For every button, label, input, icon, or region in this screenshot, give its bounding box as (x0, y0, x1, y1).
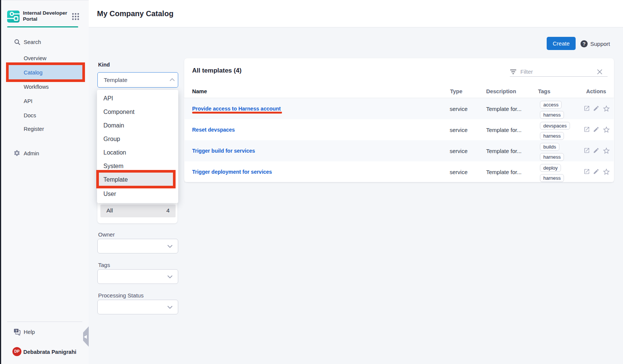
svg-text:?: ? (15, 329, 17, 333)
